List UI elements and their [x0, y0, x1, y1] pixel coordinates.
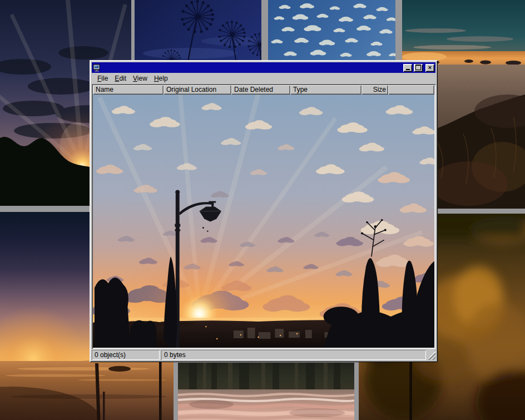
minimize-icon: [406, 69, 410, 70]
close-button[interactable]: ×: [425, 64, 434, 72]
status-objects-panel: 0 object(s): [92, 350, 160, 360]
resize-grip[interactable]: [428, 350, 435, 360]
menu-bar: File Edit View Help: [92, 73, 435, 84]
maximize-icon: [415, 65, 421, 70]
column-header-original-location[interactable]: Original Location: [164, 85, 231, 95]
column-header-size[interactable]: Size: [361, 85, 388, 95]
maximize-button[interactable]: [414, 64, 423, 72]
minimize-button[interactable]: [403, 64, 412, 72]
water-reflections-image: [178, 363, 354, 420]
column-header-type[interactable]: Type: [290, 85, 361, 95]
status-size-panel: 0 bytes: [161, 350, 426, 360]
column-header-empty[interactable]: [388, 85, 434, 95]
list-view-photo-background[interactable]: [93, 95, 434, 348]
streetlamp-sunset-image: [93, 95, 434, 348]
column-header-row: Name Original Location Date Deleted Type…: [93, 85, 434, 95]
window-titlebar[interactable]: ×: [92, 62, 435, 73]
wallpaper-photo-water-reflections: [178, 363, 354, 420]
status-bar: 0 object(s) 0 bytes: [92, 350, 435, 360]
menu-item-file[interactable]: File: [94, 73, 111, 83]
column-header-date-deleted[interactable]: Date Deleted: [231, 85, 290, 95]
menu-item-view[interactable]: View: [130, 73, 151, 83]
file-list-area[interactable]: Name Original Location Date Deleted Type…: [92, 84, 435, 349]
computer-icon[interactable]: [93, 64, 101, 72]
desktop-background: × File Edit View Help Name Original Loca…: [0, 0, 525, 420]
recycle-bin-window: × File Edit View Help Name Original Loca…: [90, 60, 438, 362]
menu-item-help[interactable]: Help: [151, 73, 171, 83]
column-header-name[interactable]: Name: [93, 85, 164, 95]
close-icon: ×: [428, 65, 432, 70]
menu-item-edit[interactable]: Edit: [111, 73, 130, 83]
